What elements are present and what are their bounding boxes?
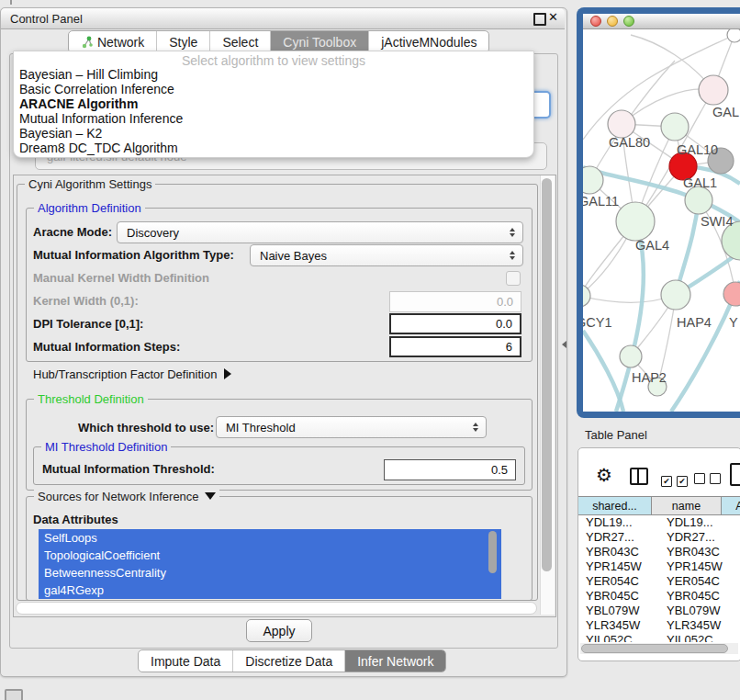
columns-icon[interactable] bbox=[630, 468, 648, 485]
settings-scrollbar-thumb[interactable] bbox=[542, 178, 552, 571]
table-cell: 12 bbox=[736, 530, 740, 545]
bottom-tab-infer-network[interactable]: Infer Network bbox=[345, 650, 445, 672]
table-cell: 13 bbox=[736, 515, 740, 530]
network-node-label: GAL10 bbox=[677, 142, 718, 157]
mi-threshold-value: 0.5 bbox=[491, 463, 508, 477]
which-threshold-combobox[interactable]: MI Threshold bbox=[216, 416, 487, 438]
algorithm-menu-item[interactable]: Bayesian – Hill Climbing bbox=[14, 67, 533, 82]
table-row[interactable]: YLR345WYLR345W9. bbox=[578, 618, 740, 633]
tab-label: Network bbox=[97, 35, 144, 50]
network-node-GCY1[interactable] bbox=[583, 285, 590, 307]
minimize-traffic-light[interactable] bbox=[607, 16, 618, 27]
table-cell: YIL052C bbox=[659, 633, 736, 642]
table-column-header[interactable]: shared... bbox=[578, 496, 652, 515]
table-row[interactable]: YER054CYER054C8. bbox=[578, 574, 740, 589]
mi-threshold-label: Mutual Information Threshold: bbox=[42, 462, 215, 476]
data-attributes-scrollbar-thumb[interactable] bbox=[488, 531, 497, 573]
table-row[interactable]: YPR145WYPR145W9. bbox=[578, 559, 740, 574]
table-cell: YPR145W bbox=[578, 559, 659, 574]
algorithm-menu-item[interactable]: Bayesian – K2 bbox=[14, 126, 533, 141]
dpi-tolerance-label: DPI Tolerance [0,1]: bbox=[33, 317, 143, 331]
bottom-tab-impute-data[interactable]: Impute Data bbox=[139, 650, 233, 672]
hub-factor-expander[interactable]: Hub/Transcription Factor Definition bbox=[33, 367, 231, 381]
tab-select[interactable]: Select bbox=[210, 31, 271, 52]
network-node-partial-top[interactable] bbox=[727, 28, 740, 42]
float-window-icon[interactable] bbox=[533, 13, 546, 26]
mi-threshold-input[interactable]: 0.5 bbox=[384, 459, 516, 480]
table-hscrollbar-thumb[interactable] bbox=[581, 644, 728, 653]
network-node-HAP2[interactable] bbox=[620, 345, 642, 367]
table-row[interactable]: YDL19...YDL19...13 bbox=[578, 515, 740, 530]
unchecked-boxes-icon[interactable] bbox=[694, 471, 721, 488]
table-row[interactable]: YIL052CYIL052C9 bbox=[578, 633, 740, 642]
table-column-header[interactable]: name bbox=[652, 496, 722, 515]
table-row[interactable]: YBL079WYBL079W bbox=[578, 604, 740, 618]
dpi-tolerance-value: 0.0 bbox=[496, 317, 512, 331]
data-attribute-item[interactable]: gal4RGexp bbox=[39, 581, 501, 599]
mi-type-combobox[interactable]: Naive Bayes bbox=[250, 244, 523, 266]
checked-boxes-icon[interactable]: ✔✔ bbox=[661, 471, 688, 488]
data-attribute-item[interactable]: SelfLoops bbox=[39, 529, 501, 547]
tab-cyni-toolbox[interactable]: Cyni Toolbox bbox=[271, 31, 369, 52]
aracne-mode-value: Discovery bbox=[127, 226, 179, 240]
tab-network[interactable]: Network bbox=[69, 31, 157, 52]
algorithm-menu-item[interactable]: Basic Correlation Inference bbox=[14, 82, 533, 96]
gear-icon[interactable]: ⚙ bbox=[596, 464, 612, 486]
panel-splitter-handle[interactable] bbox=[562, 341, 566, 348]
cyni-algorithm-settings-title: Cyni Algorithm Settings bbox=[25, 177, 155, 191]
table-row[interactable]: YBR043CYBR043C bbox=[578, 545, 740, 559]
apply-button[interactable]: Apply bbox=[246, 619, 312, 642]
table-row[interactable]: YDR27...YDR27...12 bbox=[578, 530, 740, 545]
algorithm-menu-item[interactable]: Dream8 DC_TDC Algorithm bbox=[14, 141, 533, 155]
settings-hscrollbar-track[interactable] bbox=[16, 602, 537, 615]
bottom-tab-discretize-data[interactable]: Discretize Data bbox=[233, 650, 345, 672]
tab-label: jActiveMNodules bbox=[381, 35, 477, 50]
tab-style[interactable]: Style bbox=[157, 31, 210, 52]
close-window-icon[interactable]: ✕ bbox=[548, 10, 558, 24]
data-attribute-item[interactable]: BetweennessCentrality bbox=[39, 564, 501, 581]
network-node-HAP4[interactable] bbox=[661, 280, 690, 310]
table-cell: 9 bbox=[736, 633, 740, 642]
dpi-tolerance-input[interactable]: 0.0 bbox=[389, 313, 521, 334]
combo-arrows-icon bbox=[510, 228, 515, 237]
tab-jactivemnodules[interactable]: jActiveMNodules bbox=[369, 31, 488, 52]
table-panel-title: Table Panel bbox=[585, 428, 647, 442]
mi-type-value: Naive Bayes bbox=[260, 249, 327, 263]
mi-steps-input[interactable]: 6 bbox=[389, 336, 521, 357]
table-cell: YDR27... bbox=[659, 530, 736, 545]
window-edge-fragment bbox=[10, 0, 12, 5]
table-cell: YDL19... bbox=[578, 515, 659, 530]
zoom-traffic-light[interactable] bbox=[623, 16, 634, 27]
network-window-titlebar bbox=[583, 14, 740, 29]
network-node-label: Y bbox=[729, 315, 738, 330]
document-icon[interactable] bbox=[730, 463, 740, 486]
network-canvas[interactable]: GALGAL80GAL10GAL1GAL11SWI4GAL4GCY1HAP4YH… bbox=[583, 28, 740, 412]
algorithm-dropdown-popup: Select algorithm to view settings Bayesi… bbox=[13, 51, 534, 158]
network-node-GAL4[interactable] bbox=[616, 202, 655, 241]
control-panel-title: Control Panel bbox=[1, 12, 83, 26]
network-node-SWI4[interactable] bbox=[685, 186, 712, 214]
table-row[interactable]: YBR045CYBR045C9. bbox=[578, 589, 740, 604]
close-traffic-light[interactable] bbox=[590, 16, 601, 27]
network-node-label: GAL11 bbox=[583, 194, 619, 209]
network-node-label: GCY1 bbox=[583, 315, 612, 330]
combo-arrows-icon bbox=[473, 423, 478, 432]
aracne-mode-combobox[interactable]: Discovery bbox=[117, 221, 523, 243]
minimized-panel-icon[interactable] bbox=[5, 689, 23, 700]
sources-group-title[interactable]: Sources for Network Inference bbox=[34, 490, 219, 503]
table-cell bbox=[736, 604, 740, 618]
table-column-header[interactable]: A bbox=[722, 496, 740, 515]
network-node-GAL80[interactable] bbox=[608, 110, 635, 138]
network-node-label: HAP2 bbox=[632, 370, 667, 385]
network-node-GAL10[interactable] bbox=[661, 113, 689, 141]
tab-label: Select bbox=[222, 35, 258, 50]
algorithm-popup-items: Bayesian – Hill ClimbingBasic Correlatio… bbox=[14, 67, 533, 155]
algorithm-menu-item[interactable]: ARACNE Algorithm bbox=[14, 96, 533, 111]
network-node-label: GAL80 bbox=[609, 135, 650, 150]
algorithm-menu-item[interactable]: Mutual Information Inference bbox=[14, 111, 533, 126]
table-cell: YER054C bbox=[578, 574, 659, 589]
data-attribute-item[interactable]: TopologicalCoefficient bbox=[39, 547, 501, 564]
control-panel-titlebar: Control Panel bbox=[1, 8, 565, 29]
network-node-salmon-right[interactable] bbox=[723, 282, 740, 306]
network-node-pink-upper[interactable] bbox=[699, 75, 728, 105]
